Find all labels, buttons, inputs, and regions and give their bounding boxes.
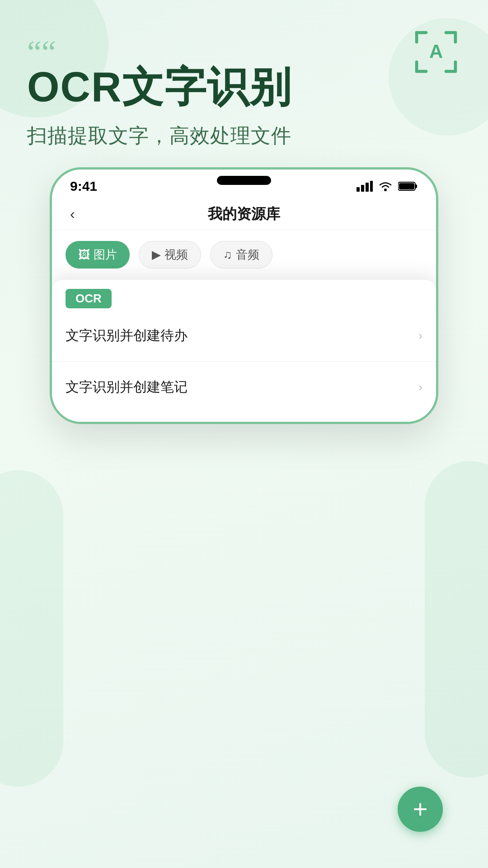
tabs-row: 🖼 图片 ▶ 视频 ♫ 音频: [52, 230, 436, 276]
page-title: OCR文字识别: [27, 64, 461, 110]
video-icon: ▶: [152, 248, 161, 262]
signal-icon: [357, 181, 373, 192]
quote-decoration: ““: [27, 36, 461, 69]
wifi-icon: [378, 181, 393, 192]
battery-icon: [398, 181, 418, 192]
tab-images-label: 图片: [94, 247, 117, 263]
phone-mockup: 9:41: [50, 167, 438, 424]
audio-icon: ♫: [223, 248, 232, 262]
nav-title: 我的资源库: [208, 204, 280, 224]
ocr-menu-label-note: 文字识别并创建笔记: [66, 378, 188, 396]
svg-rect-10: [361, 185, 364, 192]
dynamic-island: [217, 176, 271, 185]
tab-videos[interactable]: ▶ 视频: [139, 241, 201, 269]
ocr-menu-item-todo[interactable]: 文字识别并创建待办 ›: [52, 310, 436, 362]
svg-rect-9: [357, 187, 360, 192]
page-subtitle: 扫描提取文字，高效处理文件: [27, 123, 461, 149]
ocr-menu-arrow-todo: ›: [418, 329, 422, 343]
images-icon: 🖼: [78, 248, 90, 262]
svg-rect-11: [366, 183, 369, 192]
ocr-menu-label-todo: 文字识别并创建待办: [66, 326, 188, 345]
back-button[interactable]: ‹: [70, 206, 75, 222]
ocr-menu-item-note[interactable]: 文字识别并创建笔记 ›: [52, 362, 436, 413]
hero-section: ““ OCR文字识别 扫描提取文字，高效处理文件: [0, 0, 488, 149]
bg-decoration-bottom-right: [425, 461, 488, 778]
ocr-menu-arrow-note: ›: [418, 380, 422, 394]
nav-bar: ‹ 我的资源库: [52, 198, 436, 230]
tab-videos-label: 视频: [164, 247, 188, 263]
status-time: 9:41: [70, 179, 97, 194]
ocr-popup: OCR 文字识别并创建待办 › 文字识别并创建笔记 ›: [52, 280, 436, 422]
tab-images[interactable]: 🖼 图片: [66, 241, 130, 269]
fab-button[interactable]: +: [398, 787, 443, 832]
tab-audio-label: 音频: [236, 247, 259, 263]
svg-rect-12: [370, 181, 373, 192]
ocr-tag: OCR: [66, 289, 112, 308]
svg-rect-15: [415, 184, 417, 188]
status-icons: [357, 181, 418, 192]
svg-rect-16: [399, 183, 414, 189]
bg-decoration-bottom-left: [0, 470, 63, 787]
phone-frame: 9:41: [50, 167, 438, 424]
svg-point-13: [384, 189, 387, 191]
ocr-popup-header: OCR: [52, 280, 436, 310]
fab-plus-icon: +: [413, 797, 428, 822]
tab-audio[interactable]: ♫ 音频: [210, 241, 272, 269]
